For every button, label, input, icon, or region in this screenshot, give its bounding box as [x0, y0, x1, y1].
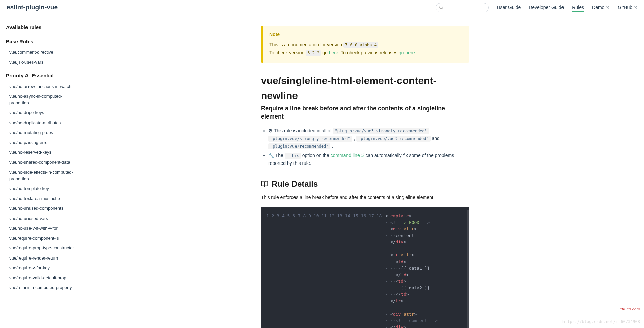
meta-text: 🔧 The: [268, 153, 285, 158]
meta-text: option on the: [301, 153, 331, 158]
preset-code: "plugin:vue/strongly-recommended": [268, 136, 352, 142]
svg-point-0: [440, 6, 442, 8]
sidebar-group: Priority A: Essentialvue/no-arrow-functi…: [0, 70, 86, 293]
container: Available rulesBase Rulesvue/comment-dir…: [0, 15, 644, 328]
note-link[interactable]: here: [329, 50, 338, 55]
sidebar-item[interactable]: vue/return-in-computed-property: [0, 283, 86, 293]
sidebar-item[interactable]: vue/no-async-in-computed-properties: [0, 91, 86, 108]
sidebar-item[interactable]: vue/no-dupe-keys: [0, 108, 86, 118]
svg-line-4: [362, 154, 364, 155]
watermark: Yuucn.com: [620, 306, 640, 312]
line-gutter: 1 2 3 4 5 6 7 8 9 10 11 12 13 14 15 16 1…: [261, 207, 385, 328]
rule-meta-list: ⚙ This rule is included in all of "plugi…: [261, 127, 469, 167]
search-box: [436, 3, 489, 12]
fix-code: --fix: [285, 153, 301, 159]
note-text: To check version: [269, 50, 306, 55]
sidebar-item[interactable]: vue/no-use-v-if-with-v-for: [0, 223, 86, 233]
sidebar-item[interactable]: vue/require-prop-type-constructor: [0, 243, 86, 253]
sidebar-item[interactable]: vue/no-shared-component-data: [0, 157, 86, 168]
cmdline-link[interactable]: command line: [331, 153, 364, 158]
nav-link-github[interactable]: GitHub: [618, 4, 637, 11]
sidebar-item[interactable]: vue/no-reserved-keys: [0, 147, 86, 157]
sidebar-item[interactable]: vue/comment-directive: [0, 47, 86, 57]
nav-link-developer-guide[interactable]: Developer Guide: [529, 4, 564, 11]
nav-link-user-guide[interactable]: User Guide: [497, 4, 521, 11]
meta-sep: ,: [352, 136, 356, 141]
svg-line-1: [442, 8, 443, 9]
nav-links: User GuideDeveloper GuideRulesDemoGitHub: [497, 4, 637, 11]
sidebar-group: Available rules: [0, 21, 86, 33]
sidebar-section-title[interactable]: Base Rules: [0, 36, 86, 48]
sidebar-item[interactable]: vue/require-valid-default-prop: [0, 273, 86, 283]
sidebar-section-title[interactable]: Priority A: Essential: [0, 70, 86, 82]
note-text: go: [321, 50, 329, 55]
nav-label: User Guide: [497, 4, 521, 11]
sidebar-item[interactable]: vue/no-template-key: [0, 184, 86, 194]
version-code: 7.0.0-alpha.4: [343, 42, 378, 48]
sidebar-item[interactable]: vue/jsx-uses-vars: [0, 57, 86, 67]
code-lines[interactable]: <template> ··<!-- ✓ GOOD --> ··<div attr…: [385, 207, 469, 328]
sidebar-section-title[interactable]: Available rules: [0, 21, 86, 33]
meta-sep: ,: [429, 128, 432, 133]
meta-text: ⚙ This rule is included in all of: [268, 128, 333, 133]
preset-code: "plugin:vue/vue3-recommended": [356, 136, 431, 142]
sidebar-item[interactable]: vue/no-duplicate-attributes: [0, 118, 86, 128]
search-icon: [439, 5, 444, 10]
code-scrollbar[interactable]: [467, 210, 469, 328]
note-text: .: [415, 50, 416, 55]
meta-item-fixable: 🔧 The --fix option on the command line c…: [268, 152, 469, 167]
svg-line-2: [607, 6, 609, 8]
note-text: This is a documentation for version: [269, 42, 343, 47]
watermark-url: https://blog.csdn.net/m_60734908: [562, 319, 640, 325]
note-body: This is a documentation for version 7.0.…: [269, 41, 462, 56]
nav-label: Demo: [592, 4, 604, 11]
header-right: User GuideDeveloper GuideRulesDemoGitHub: [436, 3, 637, 12]
note-title: Note: [269, 31, 462, 38]
sidebar-item[interactable]: vue/no-unused-vars: [0, 214, 86, 224]
book-icon: [261, 180, 268, 188]
header: eslint-plugin-vue User GuideDeveloper Gu…: [0, 0, 644, 15]
note-box: Note This is a documentation for version…: [261, 26, 469, 63]
version-code: 6.2.2: [306, 50, 321, 56]
sidebar-item[interactable]: vue/no-mutating-props: [0, 128, 86, 138]
rule-subheading: Require a line break before and after th…: [261, 104, 469, 121]
sidebar-item[interactable]: vue/no-side-effects-in-computed-properti…: [0, 167, 86, 184]
note-text: . To check previous releases: [338, 50, 399, 55]
sidebar-item[interactable]: vue/no-arrow-functions-in-watch: [0, 82, 86, 92]
svg-line-3: [635, 6, 637, 8]
cmdline-text: command line: [331, 153, 360, 158]
section-heading-rule-details: Rule Details: [261, 178, 469, 190]
nav-label: GitHub: [618, 4, 632, 11]
external-link-icon: [634, 6, 637, 9]
meta-sep: and: [431, 136, 440, 141]
main[interactable]: Note This is a documentation for version…: [86, 15, 644, 328]
content: Note This is a documentation for version…: [261, 22, 469, 328]
note-link[interactable]: go here: [399, 50, 415, 55]
meta-item-presets: ⚙ This rule is included in all of "plugi…: [268, 127, 469, 150]
rule-heading: vue/singleline-html-element-content-newl…: [261, 73, 469, 103]
sidebar-item[interactable]: vue/require-component-is: [0, 233, 86, 243]
nav-link-rules[interactable]: Rules: [572, 4, 584, 12]
sidebar-item[interactable]: vue/no-textarea-mustache: [0, 194, 86, 204]
sidebar[interactable]: Available rulesBase Rulesvue/comment-dir…: [0, 15, 86, 328]
sidebar-item[interactable]: vue/require-v-for-key: [0, 263, 86, 273]
preset-code: "plugin:vue/recommended": [268, 143, 330, 149]
sidebar-item[interactable]: vue/no-unused-components: [0, 203, 86, 214]
sidebar-item[interactable]: vue/no-parsing-error: [0, 138, 86, 148]
code-block: 1 2 3 4 5 6 7 8 9 10 11 12 13 14 15 16 1…: [261, 207, 469, 328]
sidebar-item[interactable]: vue/require-render-return: [0, 253, 86, 263]
nav-label: Rules: [572, 4, 584, 11]
site-title[interactable]: eslint-plugin-vue: [7, 3, 58, 12]
nav-label: Developer Guide: [529, 4, 564, 11]
external-link-icon: [606, 6, 609, 9]
section-desc: This rule enforces a line break before a…: [261, 194, 469, 201]
nav-link-demo[interactable]: Demo: [592, 4, 609, 11]
sidebar-group: Base Rulesvue/comment-directivevue/jsx-u…: [0, 36, 86, 67]
section-title-text: Rule Details: [272, 178, 318, 190]
preset-code: "plugin:vue/vue3-strongly-recommended": [333, 128, 429, 134]
